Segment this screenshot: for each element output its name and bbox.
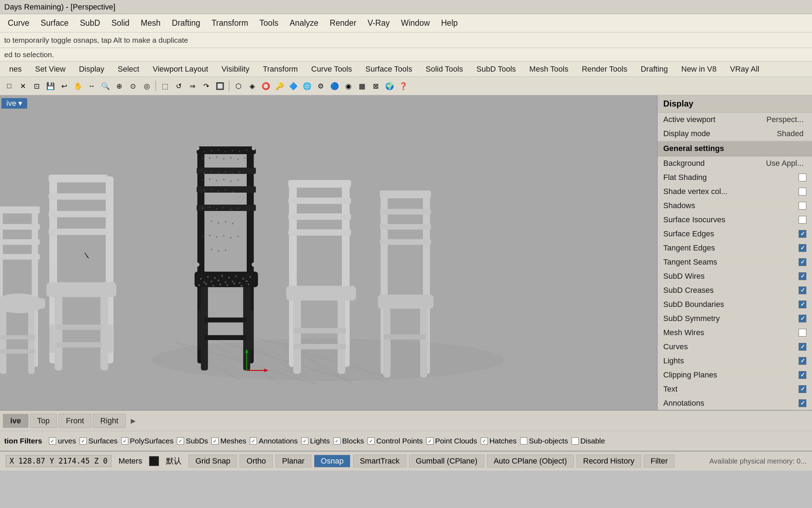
toolbar-icon-27[interactable]: ⊠ [369, 80, 382, 92]
toolbar-icon-25[interactable]: ◉ [342, 80, 355, 92]
toolbar-icon-29[interactable]: ❓ [397, 80, 410, 92]
tab-viewportlayout[interactable]: Viewport Layout [146, 63, 214, 75]
filter-checkbox-1[interactable] [80, 437, 87, 445]
tab-select[interactable]: Select [111, 63, 146, 75]
status-btn-7[interactable]: Record History [577, 455, 641, 467]
filter-checkbox-11[interactable] [520, 437, 527, 445]
status-btn-3[interactable]: Osnap [314, 455, 350, 467]
tab-curvetools[interactable]: Curve Tools [305, 63, 358, 75]
toolbar-icon-6[interactable]: ✋ [72, 80, 84, 92]
tab-vrayall[interactable]: VRay All [724, 63, 765, 75]
status-btn-5[interactable]: Gumball (CPlane) [409, 455, 484, 467]
toolbar-icon-4[interactable]: 💾 [44, 80, 57, 92]
filter-checkbox-5[interactable] [250, 437, 257, 445]
general-setting-checkbox-10[interactable] [799, 301, 806, 308]
toolbar-icon-20[interactable]: 🔑 [273, 80, 286, 92]
general-setting-checkbox-6[interactable] [799, 244, 806, 252]
general-setting-checkbox-16[interactable] [799, 385, 806, 393]
viewport[interactable]: ive ▾ [0, 95, 657, 410]
menu-subd[interactable]: SubD [75, 17, 105, 29]
menu-solid[interactable]: Solid [106, 17, 134, 29]
menu-tools[interactable]: Tools [254, 17, 283, 29]
toolbar-icon-23[interactable]: ⚙ [314, 80, 327, 92]
status-btn-1[interactable]: Ortho [240, 455, 272, 467]
toolbar-icon-2[interactable]: ✕ [17, 80, 29, 92]
toolbar-icon-19[interactable]: ⭕ [259, 80, 272, 92]
filter-checkbox-10[interactable] [481, 437, 488, 445]
status-btn-8[interactable]: Filter [644, 455, 675, 467]
general-setting-checkbox-13[interactable] [799, 343, 806, 351]
filter-checkbox-0[interactable] [49, 437, 56, 445]
general-setting-checkbox-8[interactable] [799, 272, 806, 280]
viewport-tab-arrow[interactable]: ▶ [127, 415, 139, 427]
toolbar-icon-1[interactable]: □ [3, 80, 16, 92]
tab-subdtools[interactable]: SubD Tools [470, 63, 522, 75]
filter-checkbox-6[interactable] [301, 437, 308, 445]
filter-checkbox-8[interactable] [368, 437, 375, 445]
tab-display[interactable]: Display [73, 63, 111, 75]
toolbar-icon-28[interactable]: 🌍 [383, 80, 396, 92]
general-setting-checkbox-2[interactable] [799, 188, 806, 195]
general-setting-checkbox-5[interactable] [799, 230, 806, 238]
toolbar-icon-22[interactable]: 🌐 [301, 80, 313, 92]
general-setting-checkbox-3[interactable] [799, 202, 806, 210]
toolbar-icon-3[interactable]: ⊡ [30, 80, 43, 92]
general-setting-checkbox-14[interactable] [799, 357, 806, 365]
menu-surface[interactable]: Surface [36, 17, 73, 29]
tab-nes[interactable]: nes [3, 63, 28, 75]
menu-curve[interactable]: Curve [3, 17, 34, 29]
viewport-tab-top[interactable]: Top [30, 414, 57, 428]
general-setting-checkbox-4[interactable] [799, 216, 806, 224]
viewport-tab-right[interactable]: Right [93, 414, 125, 428]
toolbar-icon-15[interactable]: ↷ [200, 80, 213, 92]
menu-vray[interactable]: V-Ray [363, 17, 395, 29]
tab-transform[interactable]: Transform [257, 63, 304, 75]
filter-checkbox-2[interactable] [121, 437, 128, 445]
toolbar-icon-8[interactable]: 🔍 [99, 80, 112, 92]
toolbar-icon-24[interactable]: 🔵 [328, 80, 341, 92]
status-btn-6[interactable]: Auto CPlane (Object) [487, 455, 574, 467]
menu-analyze[interactable]: Analyze [285, 17, 324, 29]
menu-transform[interactable]: Transform [207, 17, 253, 29]
general-setting-checkbox-1[interactable] [799, 174, 806, 181]
menu-render[interactable]: Render [325, 17, 361, 29]
toolbar-icon-21[interactable]: 🔷 [287, 80, 300, 92]
filter-checkbox-3[interactable] [177, 437, 184, 445]
status-btn-0[interactable]: Grid Snap [189, 455, 237, 467]
toolbar-icon-9[interactable]: ⊕ [113, 80, 125, 92]
status-btn-2[interactable]: Planar [276, 455, 312, 467]
general-setting-checkbox-11[interactable] [799, 315, 806, 322]
viewport-label[interactable]: ive ▾ [1, 98, 27, 109]
toolbar-icon-11[interactable]: ◎ [140, 80, 153, 92]
tab-setview[interactable]: Set View [29, 63, 72, 75]
color-swatch[interactable] [149, 456, 159, 466]
toolbar-icon-10[interactable]: ⊙ [127, 80, 139, 92]
tab-drafting[interactable]: Drafting [634, 63, 674, 75]
general-setting-checkbox-12[interactable] [799, 329, 806, 337]
menu-help[interactable]: Help [436, 17, 463, 29]
toolbar-icon-7[interactable]: ↔ [85, 80, 98, 92]
tab-visibility[interactable]: Visibility [215, 63, 256, 75]
status-btn-4[interactable]: SmartTrack [353, 455, 406, 467]
filter-checkbox-4[interactable] [211, 437, 219, 445]
toolbar-icon-18[interactable]: ◈ [246, 80, 258, 92]
toolbar-icon-13[interactable]: ↺ [172, 80, 185, 92]
filter-checkbox-9[interactable] [426, 437, 433, 445]
general-setting-checkbox-17[interactable] [799, 399, 806, 407]
general-setting-checkbox-15[interactable] [799, 371, 806, 379]
toolbar-icon-16[interactable]: 🔲 [214, 80, 226, 92]
filter-checkbox-7[interactable] [333, 437, 340, 445]
filter-checkbox-12[interactable] [572, 437, 579, 445]
tab-surfacetools[interactable]: Surface Tools [359, 63, 419, 75]
tab-newinv8[interactable]: New in V8 [675, 63, 723, 75]
toolbar-icon-12[interactable]: ⬚ [159, 80, 171, 92]
toolbar-icon-17[interactable]: ⬡ [232, 80, 245, 92]
toolbar-icon-5[interactable]: ↩ [58, 80, 70, 92]
toolbar-icon-26[interactable]: ▦ [356, 80, 368, 92]
tab-solidtools[interactable]: Solid Tools [419, 63, 469, 75]
general-setting-checkbox-9[interactable] [799, 286, 806, 294]
viewport-tab-ive[interactable]: ive [3, 414, 29, 428]
general-setting-checkbox-7[interactable] [799, 258, 806, 266]
menu-window[interactable]: Window [396, 17, 435, 29]
menu-mesh[interactable]: Mesh [136, 17, 165, 29]
